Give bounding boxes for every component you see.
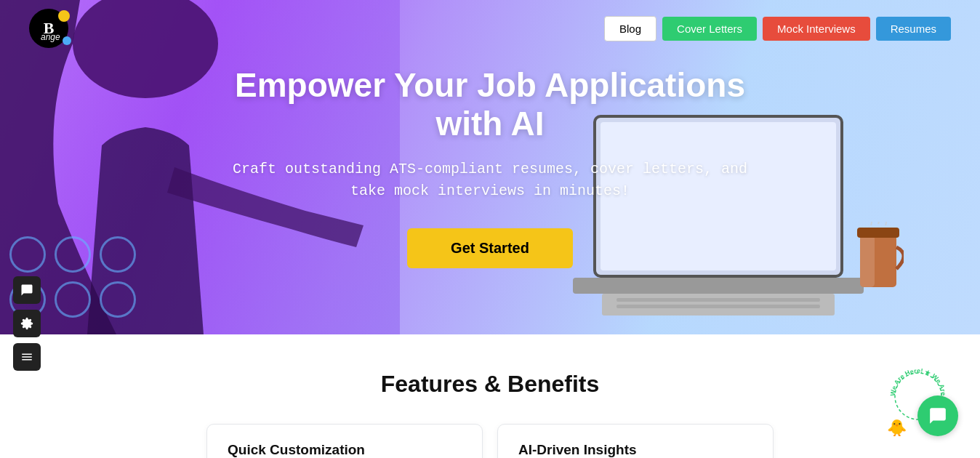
feature-card-customization: Quick Customization Modify your document… xyxy=(206,424,483,458)
chat-open-button[interactable] xyxy=(917,395,958,436)
menu-float-button[interactable] xyxy=(13,343,41,371)
logo[interactable]: B ange xyxy=(29,9,68,48)
get-started-button[interactable]: Get Started xyxy=(407,228,573,268)
navbar: B ange Blog Cover Letters Mock Interview… xyxy=(0,0,980,57)
chat-icon xyxy=(20,284,33,297)
chat-widget: We Are Here! ★ We Are Here! ★ 🐥 xyxy=(885,363,958,436)
features-section: Features & Benefits Quick Customization … xyxy=(0,334,980,458)
logo-blue-dot xyxy=(63,36,71,45)
logo-subtext: ange xyxy=(41,32,60,42)
settings-float-button[interactable] xyxy=(13,310,41,337)
mock-interviews-nav-button[interactable]: Mock Interviews xyxy=(763,17,870,41)
nav-links: Blog Cover Letters Mock Interviews Resum… xyxy=(604,16,951,41)
svg-rect-4 xyxy=(573,278,864,294)
cover-letters-nav-button[interactable]: Cover Letters xyxy=(662,17,757,41)
hero-title: Empower Your Job Applications with AI xyxy=(228,66,752,143)
chat-bubble-icon xyxy=(928,406,947,425)
features-grid: Quick Customization Modify your document… xyxy=(29,424,951,458)
features-title: Features & Benefits xyxy=(29,371,951,398)
svg-rect-6 xyxy=(616,298,820,302)
settings-icon xyxy=(20,317,33,330)
sidebar-float xyxy=(13,276,41,371)
resumes-nav-button[interactable]: Resumes xyxy=(876,17,951,41)
svg-rect-10 xyxy=(857,228,899,238)
chat-float-button[interactable] xyxy=(13,276,41,304)
chat-duck-icon: 🐥 xyxy=(887,419,907,438)
feature-card-title-1: Quick Customization xyxy=(228,442,462,458)
hero-content: Empower Your Job Applications with AI Cr… xyxy=(214,66,766,269)
feature-card-title-2: AI-Driven Insights xyxy=(518,442,752,458)
chat-badge: We Are Here! ★ We Are Here! ★ 🐥 xyxy=(885,363,958,436)
blog-nav-button[interactable]: Blog xyxy=(604,16,656,41)
logo-circle: B ange xyxy=(29,9,68,48)
svg-rect-7 xyxy=(616,305,820,308)
logo-yellow-dot xyxy=(58,10,70,22)
hero-subtitle: Craft outstanding ATS-compliant resumes,… xyxy=(228,158,752,202)
feature-card-ai-insights: AI-Driven Insights Let AI analyze job de… xyxy=(497,424,774,458)
menu-icon xyxy=(20,350,33,363)
svg-rect-9 xyxy=(860,235,875,287)
hero-coffee-cup xyxy=(853,222,904,294)
